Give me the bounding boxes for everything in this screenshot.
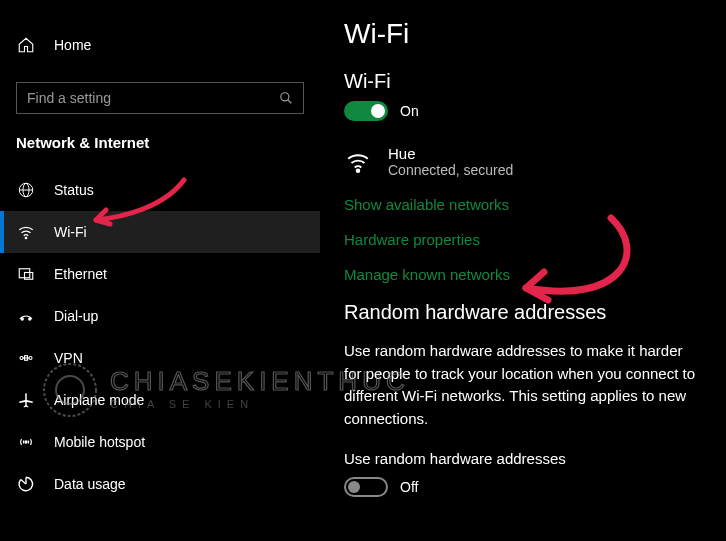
sidebar-item-label: VPN (54, 350, 83, 366)
show-available-networks-link[interactable]: Show available networks (344, 196, 702, 213)
connected-network[interactable]: Hue Connected, secured (344, 145, 702, 178)
svg-point-14 (25, 441, 27, 443)
sidebar-item-label: Airplane mode (54, 392, 144, 408)
search-input-wrap[interactable] (16, 82, 304, 114)
page-title: Wi-Fi (344, 18, 702, 50)
sidebar-item-dialup[interactable]: Dial-up (0, 295, 320, 337)
sidebar-item-airplane[interactable]: Airplane mode (0, 379, 320, 421)
sidebar-item-label: Dial-up (54, 308, 98, 324)
sidebar-item-label: Wi-Fi (54, 224, 87, 240)
dialup-icon (16, 307, 36, 325)
svg-point-11 (29, 357, 32, 360)
svg-point-17 (357, 169, 360, 172)
globe-icon (16, 181, 36, 199)
random-toggle-row: Off (344, 477, 702, 497)
wifi-signal-icon (344, 149, 372, 175)
network-name: Hue (388, 145, 513, 162)
home-nav[interactable]: Home (0, 28, 320, 62)
svg-line-1 (288, 100, 292, 104)
svg-point-5 (25, 237, 27, 239)
svg-point-9 (29, 318, 31, 320)
sidebar-item-label: Ethernet (54, 266, 107, 282)
sidebar-item-datausage[interactable]: Data usage (0, 463, 320, 505)
random-addresses-toggle[interactable] (344, 477, 388, 497)
data-usage-icon (16, 475, 36, 493)
ethernet-icon (16, 265, 36, 283)
manage-known-networks-link[interactable]: Manage known networks (344, 266, 702, 283)
sidebar-item-label: Status (54, 182, 94, 198)
sidebar-item-label: Mobile hotspot (54, 434, 145, 450)
sidebar-item-hotspot[interactable]: Mobile hotspot (0, 421, 320, 463)
sidebar-item-status[interactable]: Status (0, 169, 320, 211)
random-addresses-description: Use random hardware addresses to make it… (344, 340, 702, 430)
random-addresses-label: Use random hardware addresses (344, 450, 702, 467)
svg-point-10 (20, 357, 23, 360)
home-label: Home (54, 37, 91, 53)
sidebar-item-vpn[interactable]: VPN (0, 337, 320, 379)
section-title: Network & Internet (0, 134, 320, 169)
random-toggle-state: Off (400, 479, 418, 495)
wifi-toggle[interactable] (344, 101, 388, 121)
random-addresses-heading: Random hardware addresses (344, 301, 702, 324)
wifi-toggle-row: On (344, 101, 702, 121)
network-status: Connected, secured (388, 162, 513, 178)
settings-sidebar: Home Network & Internet Status Wi-Fi Eth… (0, 0, 320, 541)
svg-point-0 (281, 93, 289, 101)
home-icon (16, 36, 36, 54)
vpn-icon (16, 349, 36, 367)
sidebar-item-label: Data usage (54, 476, 126, 492)
search-input[interactable] (27, 90, 279, 106)
wifi-toggle-state: On (400, 103, 419, 119)
main-content: Wi-Fi Wi-Fi On Hue Connected, secured Sh… (320, 0, 726, 541)
svg-point-8 (21, 318, 23, 320)
hardware-properties-link[interactable]: Hardware properties (344, 231, 702, 248)
airplane-icon (16, 391, 36, 409)
wifi-icon (16, 223, 36, 241)
wifi-heading: Wi-Fi (344, 70, 702, 93)
sidebar-item-ethernet[interactable]: Ethernet (0, 253, 320, 295)
hotspot-icon (16, 433, 36, 451)
sidebar-item-wifi[interactable]: Wi-Fi (0, 211, 320, 253)
search-icon (279, 91, 293, 105)
svg-line-16 (21, 480, 26, 485)
